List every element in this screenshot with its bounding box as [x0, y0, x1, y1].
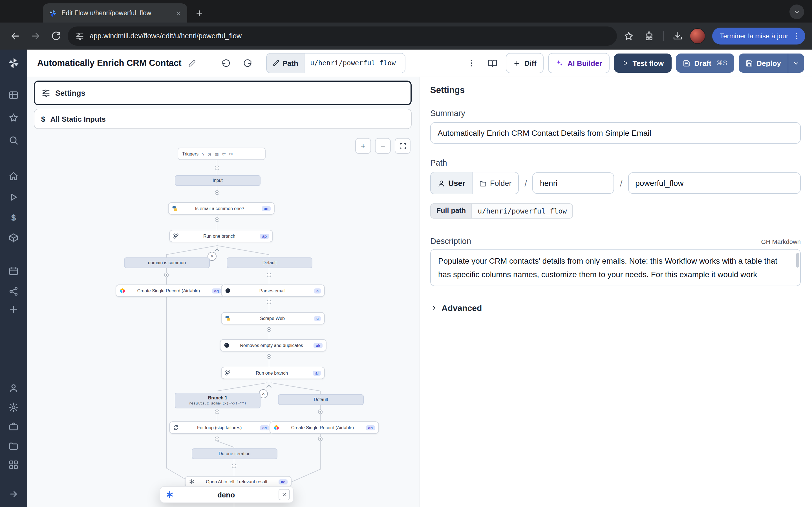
bookmark-star-icon[interactable]	[620, 27, 637, 45]
owner-kind-user[interactable]: User	[431, 172, 472, 194]
flow-title: Automatically Enrich CRM Contact	[37, 58, 182, 68]
rail-workspace-icon[interactable]	[8, 421, 18, 432]
deploy-button[interactable]: Deploy	[739, 54, 788, 73]
app-sidebar-rail: $	[0, 50, 27, 507]
test-flow-button[interactable]: Test flow	[614, 54, 672, 73]
chevron-right-icon	[430, 304, 438, 312]
rail-schedules-icon[interactable]	[8, 266, 18, 276]
path-value[interactable]: u/henri/powerful_flow	[304, 54, 405, 73]
flow-node-parses-email[interactable]: Parses email a	[221, 284, 325, 297]
forward-button[interactable]	[27, 27, 44, 45]
docs-button[interactable]	[484, 55, 501, 71]
edit-title-icon[interactable]	[186, 55, 199, 71]
browser-toolbar: app.windmill.dev/flows/edit/u/henri/powe…	[0, 22, 812, 50]
flow-graph-canvas[interactable]: Triggers ϟ ◷ ▦ ⇄ ✉ ⋯ Input Is email a co…	[27, 131, 419, 507]
rail-runs-icon[interactable]	[8, 192, 18, 202]
flow-branch-default-2[interactable]: Default	[278, 394, 364, 405]
zoom-out-button[interactable]: −	[375, 138, 391, 154]
summary-input[interactable]	[430, 122, 801, 144]
flow-node-removes-duplicates[interactable]: Removes empty and duplicates ak	[220, 339, 326, 351]
download-icon[interactable]	[669, 27, 686, 45]
site-settings-icon[interactable]	[75, 32, 84, 40]
flow-settings-panel: Settings Summary Path User Folde	[420, 77, 812, 507]
save-icon	[683, 59, 690, 67]
flow-node-for-loop[interactable]: For loop (skip failures) ac	[169, 421, 273, 434]
flow-node-do-iteration[interactable]: Do one iteration	[192, 448, 277, 459]
ai-builder-button[interactable]: AI Builder	[548, 53, 610, 73]
deno-icon	[166, 491, 174, 499]
path-row: User Folder / /	[430, 172, 801, 194]
static-inputs-panel-item[interactable]: $ All Static Inputs	[34, 109, 412, 129]
flow-branch-domain[interactable]: domain is common	[124, 258, 210, 268]
description-textarea[interactable]: Populate your CRM contacts' details from…	[430, 249, 801, 286]
flow-editor-header: Automatically Enrich CRM Contact Path u/…	[27, 50, 812, 77]
flow-node-triggers[interactable]: Triggers ϟ ◷ ▦ ⇄ ✉ ⋯	[177, 148, 266, 160]
rail-settings-icon[interactable]	[8, 402, 18, 412]
rail-search-icon[interactable]	[8, 135, 18, 145]
flow-branch-1[interactable]: Branch 1 results.c.some((x)=>x!="")	[175, 393, 260, 408]
language-tooltip[interactable]: deno	[160, 486, 294, 503]
owner-input[interactable]	[532, 172, 614, 194]
browser-tab[interactable]: Edit Flow u/henri/powerful_flow	[43, 3, 187, 22]
flow-node-input[interactable]: Input	[175, 175, 260, 186]
markdown-hint: GH Markdown	[761, 238, 801, 245]
address-bar[interactable]: app.windmill.dev/flows/edit/u/henri/powe…	[68, 26, 617, 46]
textarea-scrollbar[interactable]	[796, 253, 799, 268]
undo-button[interactable]	[218, 55, 235, 71]
diff-button[interactable]: Diff	[506, 53, 544, 73]
plus-icon	[513, 59, 520, 67]
zoom-in-button[interactable]: +	[355, 138, 371, 154]
reload-button[interactable]	[47, 27, 64, 45]
openai-icon	[189, 479, 195, 485]
path-separator: /	[620, 178, 622, 188]
flow-node-scrape-web[interactable]: Scrape Web c	[221, 312, 325, 325]
back-button[interactable]	[7, 27, 24, 45]
extensions-icon[interactable]	[640, 27, 657, 45]
rail-user-icon[interactable]	[8, 383, 18, 393]
flow-branch-default-1[interactable]: Default	[227, 258, 312, 268]
draft-button[interactable]: Draft⌘S	[676, 54, 734, 73]
python-icon	[172, 206, 177, 211]
settings-panel-item[interactable]: Settings	[34, 80, 412, 105]
more-options-button[interactable]	[463, 55, 479, 71]
flow-node-run-branch-2[interactable]: Run one branch al	[221, 367, 325, 379]
fit-view-button[interactable]	[395, 138, 410, 154]
rail-folders-icon[interactable]	[8, 441, 18, 451]
description-wrap: Populate your CRM contacts' details from…	[430, 249, 801, 288]
rail-workers-icon[interactable]	[8, 286, 18, 296]
rail-variables-icon[interactable]: $	[11, 213, 16, 222]
rail-resources-icon[interactable]	[8, 233, 18, 243]
rail-add-icon[interactable]	[8, 304, 18, 314]
advanced-toggle[interactable]: Advanced	[430, 303, 801, 313]
rail-home-icon[interactable]	[8, 171, 18, 181]
git-branch-icon	[225, 370, 231, 376]
flow-node-email-check[interactable]: Is email a common one? ao	[168, 202, 274, 215]
flow-node-run-branch-1[interactable]: Run one branch ap	[169, 230, 273, 242]
rail-favorites-icon[interactable]	[8, 113, 18, 123]
tab-search-button[interactable]	[790, 4, 804, 19]
save-icon	[745, 59, 753, 67]
flow-node-create-record-2[interactable]: Create Single Record (Airtable) an	[269, 421, 379, 434]
loop-icon	[173, 425, 179, 431]
tab-close-icon[interactable]	[174, 8, 183, 17]
profile-avatar[interactable]	[689, 28, 705, 44]
rail-expand-icon[interactable]	[8, 489, 18, 499]
tooltip-close-button[interactable]	[278, 489, 290, 500]
update-button-label: Terminer la mise à jour	[720, 32, 788, 40]
owner-kind-folder[interactable]: Folder	[472, 172, 518, 194]
deploy-dropdown-button[interactable]	[788, 54, 804, 73]
flow-name-input[interactable]	[628, 172, 801, 194]
flow-node-create-record-1[interactable]: Create Single Record (Airtable) aq	[116, 284, 225, 297]
redo-button[interactable]	[239, 55, 256, 71]
flow-node-openai[interactable]: Open AI to tell if relevant result ae	[185, 476, 292, 487]
path-widget[interactable]: Path u/henri/powerful_flow	[266, 53, 405, 73]
new-tab-button[interactable]	[192, 6, 206, 20]
git-branch-icon	[173, 233, 179, 239]
browser-update-button[interactable]: Terminer la mise à jour	[712, 27, 805, 45]
settings-title: Settings	[430, 85, 801, 95]
browser-menu-icon[interactable]	[793, 32, 801, 40]
rail-table-icon[interactable]	[8, 90, 18, 100]
rail-apps-icon[interactable]	[8, 460, 18, 470]
flow-editor-pane: Settings $ All Static Inputs	[27, 77, 420, 507]
windmill-logo[interactable]	[7, 57, 20, 69]
